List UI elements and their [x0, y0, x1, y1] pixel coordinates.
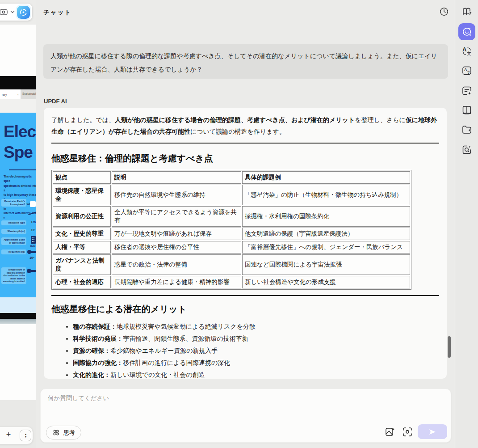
table-row: 人権・平等移住者の選抜や居住権の公平性「富裕層優先移住」への規制、ジェンダー・民… [53, 241, 410, 254]
stepper-up-icon[interactable]: ▲ [24, 433, 27, 435]
table-cell: 「惑星汚染」の防止（生物材料・微生物の持ち込み規制） [242, 185, 410, 205]
merit-item: 文化的進化：新しい環境での文化・社会の創造 [73, 369, 439, 379]
ai-assistant-widget[interactable] [0, 4, 32, 21]
infographic-footer [0, 297, 36, 313]
frequency-value: 10⁴ [29, 256, 34, 259]
laptop-base-strip [0, 319, 36, 324]
think-mode-button[interactable]: 思考 [46, 426, 81, 440]
table-cell: 採掘権・水利用権の国際条約化 [242, 206, 410, 227]
browser-tab: rary × [0, 89, 21, 99]
pdf-document-preview[interactable]: rary × Sustainable A ElecSpe The electro… [0, 0, 36, 448]
side-by-side-icon[interactable] [461, 105, 472, 115]
table-cell: 文化・歴史的尊重 [53, 228, 111, 240]
ai-response-card[interactable]: 了解しました。では、人類が他の惑星に移住する場合の倫理的課題、考慮すべき点、およ… [44, 108, 447, 379]
user-message-text: 人類が他の惑星に移住する際の倫理的な課題や考慮すべき点、そしてその潜在的なメリッ… [50, 52, 437, 73]
table-cell: 「富裕層優先移住」への規制、ジェンダー・民族バランス [242, 241, 410, 254]
table-cell: 心理・社会的適応 [53, 276, 111, 288]
intro-segment: について議論の構造を作ります。 [190, 128, 285, 135]
table-cell: 惑星での政治・法律の整備 [112, 254, 241, 275]
table-row: 環境保護・惑星保全移住先の自然環境や生態系の維持「惑星汚染」の防止（生物材料・微… [53, 185, 410, 205]
ai-chat-active-tab[interactable] [458, 23, 475, 40]
merit-item: 科学技術の発展：宇宙輸送、閉鎖生態系、資源循環の技術革新 [73, 333, 439, 345]
ai-search-icon[interactable] [461, 144, 472, 155]
atmosphere-answer-box [30, 201, 36, 207]
merit-item: 国際協力の強化：移住計画の進行による国際連携の深化 [73, 357, 439, 369]
table-header-cell: 観点 [53, 171, 111, 184]
ai-intro-paragraph: 了解しました。では、人類が他の惑星に移住する場合の倫理的課題、考慮すべき点、およ… [51, 114, 439, 137]
radiation-type-value: Ra [31, 220, 36, 224]
table-cell: 長期隔離や重力差による健康・精神的影響 [112, 276, 241, 288]
divider [51, 143, 439, 144]
table-cell: 他文明遺跡の保護（宇宙版遺産保護法） [242, 228, 410, 240]
updf-ai-logo[interactable] [17, 6, 30, 19]
infographic-title: ElecSpe [4, 122, 36, 163]
table-header-cell: 説明 [112, 171, 241, 184]
ai-read-book-icon[interactable] [461, 6, 472, 17]
section-heading-merits: 他惑星移住による潜在的メリット [51, 303, 439, 315]
ai-folder-icon[interactable] [461, 124, 472, 135]
chat-input[interactable]: 何か質問してください [48, 394, 109, 402]
translate-selection-icon[interactable]: A 文 [461, 46, 472, 56]
history-clock-icon[interactable] [439, 7, 449, 17]
em-spectrum-infographic: ElecSpe The electromagnetic spec spectru… [0, 113, 36, 297]
table-cell: 環境保護・惑星保全 [53, 185, 111, 205]
chat-scrollbar-thumb[interactable] [448, 336, 451, 358]
infographic-label-pill: Radiation Type [1, 220, 26, 225]
intro-segment: 了解しました。では、 [51, 116, 115, 123]
table-row: 資源利用の公正性全人類が平等にアクセスできるよう資源を共有採掘権・水利用権の国際… [53, 206, 410, 227]
table-cell: 移住先の自然環境や生態系の維持 [112, 185, 241, 205]
translate-page-icon[interactable]: A 文 [461, 65, 472, 76]
image-generate-icon[interactable] [385, 427, 395, 437]
table-header-cell: 具体的課題例 [242, 171, 410, 184]
table-header-row: 観点説明具体的課題例 [53, 171, 410, 184]
infographic-label-pill: Approximate Scale of Wavelength [1, 237, 26, 245]
table-cell: 資源利用の公正性 [53, 206, 111, 227]
screen-capture-icon[interactable] [402, 427, 413, 437]
chevron-down-icon[interactable] [10, 10, 15, 14]
merit-item: 種の存続保証：地球規模災害や気候変動による絶滅リスクを分散 [73, 321, 439, 333]
think-mode-label: 思考 [63, 429, 75, 437]
ethics-table: 観点説明具体的課題例 環境保護・惑星保全移住先の自然環境や生態系の維持「惑星汚染… [51, 170, 411, 290]
ai-sender-label: UPDF AI [44, 98, 67, 105]
pdf-content-photo-bottom [0, 313, 36, 319]
svg-text:文: 文 [467, 70, 471, 75]
stepper-down-icon[interactable]: ▼ [24, 436, 27, 438]
user-message-bubble[interactable]: 人類が他の惑星に移住する際の倫理的な課題や考慮すべき点、そしてその潜在的なメリッ… [43, 44, 448, 79]
divider [51, 295, 439, 296]
tab-label: rary [2, 93, 7, 96]
svg-text:A: A [462, 46, 467, 53]
merit-item: 資源の確保：希少鉱物やエネルギー資源の新規入手 [73, 345, 439, 357]
intro-segment: 人類が他の惑星に移住する場合の倫理的課題、考慮すべき点、および潜在的メリット [115, 116, 355, 123]
table-row: 心理・社会的適応長期隔離や重力差による健康・精神的影響新しい社会構造や文化の形成… [53, 276, 410, 288]
pdf-content-browser-tabs: rary × Sustainable A [0, 89, 36, 99]
send-button[interactable] [418, 424, 447, 439]
tab-close-icon: × [17, 93, 19, 96]
updf-app-window: rary × Sustainable A ElecSpe The electro… [0, 0, 478, 448]
wavelength-value: 10³ [31, 228, 35, 232]
ai-note-icon[interactable] [461, 85, 472, 96]
add-page-button[interactable]: + [4, 430, 13, 440]
atom-think-icon [52, 429, 60, 436]
infographic-label-pill: Frequency (Hz) [1, 249, 26, 254]
send-icon [429, 429, 436, 435]
infographic-label-pill: Temperature of objects at which this rad… [1, 267, 26, 284]
intro-segment: を整理し、さらに [355, 116, 406, 123]
table-cell: ガバナンスと法制度 [53, 254, 111, 275]
scale-caption: Build [30, 245, 35, 247]
ai-chat-icon [461, 26, 472, 37]
merits-list: 種の存続保証：地球規模災害や気候変動による絶滅リスクを分散科学技術の発展：宇宙輸… [73, 321, 439, 379]
chat-panel: チャット 人類が他の惑星に移住する際の倫理的な課題や考慮すべき点、そしてその潜在… [36, 0, 455, 448]
screenshot-icon[interactable] [0, 8, 8, 17]
chat-input-card[interactable]: 何か質問してください 思考 [40, 389, 451, 443]
divider [9, 169, 36, 170]
table-row: 文化・歴史的尊重万が一現地文明や痕跡があれば保存他文明遺跡の保護（宇宙版遺産保護… [53, 228, 410, 240]
page-stepper[interactable]: ▲ ▼ [20, 430, 31, 441]
table-cell: 移住者の選抜や居住権の公平性 [112, 241, 241, 254]
frequency-scale-dot [27, 250, 31, 254]
section-heading-ethics: 他惑星移住：倫理的課題と考慮すべき点 [51, 152, 439, 165]
ai-tools-sidebar: A 文 A 文 [455, 0, 478, 448]
infographic-label-pill: Wavelength (m) [1, 229, 26, 234]
pdf-content-photo-top [0, 76, 36, 89]
table-cell: 万が一現地文明や痕跡があれば保存 [112, 228, 241, 240]
temperature-scale-dot [27, 269, 31, 273]
